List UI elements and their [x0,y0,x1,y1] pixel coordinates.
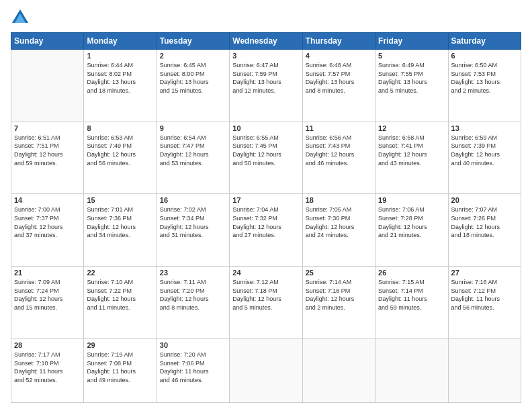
logo-icon [11,8,30,27]
day-info: Sunrise: 6:54 AM Sunset: 7:47 PM Dayligh… [160,134,226,167]
day-number: 11 [306,124,372,132]
day-cell: 2Sunrise: 6:45 AM Sunset: 8:00 PM Daylig… [157,50,229,122]
day-info: Sunrise: 6:56 AM Sunset: 7:43 PM Dayligh… [306,134,372,167]
day-number: 9 [160,124,226,132]
day-number: 24 [232,269,299,277]
day-number: 22 [87,269,153,277]
header-row: SundayMondayTuesdayWednesdayThursdayFrid… [11,33,521,50]
week-row-3: 14Sunrise: 7:00 AM Sunset: 7:37 PM Dayli… [11,194,521,267]
header [11,8,521,27]
day-info: Sunrise: 7:14 AM Sunset: 7:16 PM Dayligh… [306,278,372,312]
col-header-thursday: Thursday [302,33,375,50]
day-cell: 26Sunrise: 7:15 AM Sunset: 7:14 PM Dayli… [375,267,448,339]
day-info: Sunrise: 7:02 AM Sunset: 7:34 PM Dayligh… [160,205,226,239]
day-cell: 3Sunrise: 6:47 AM Sunset: 7:59 PM Daylig… [230,50,302,122]
day-number: 27 [451,269,518,277]
day-info: Sunrise: 7:15 AM Sunset: 7:14 PM Dayligh… [378,278,445,312]
day-info: Sunrise: 6:50 AM Sunset: 7:53 PM Dayligh… [451,61,518,95]
day-info: Sunrise: 6:59 AM Sunset: 7:39 PM Dayligh… [451,134,518,167]
day-number: 4 [306,52,372,60]
col-header-monday: Monday [84,33,157,50]
day-info: Sunrise: 6:53 AM Sunset: 7:49 PM Dayligh… [87,134,153,167]
day-cell: 27Sunrise: 7:16 AM Sunset: 7:12 PM Dayli… [448,267,521,339]
day-cell: 29Sunrise: 7:19 AM Sunset: 7:08 PM Dayli… [84,338,157,402]
day-cell: 10Sunrise: 6:55 AM Sunset: 7:45 PM Dayli… [230,122,302,194]
day-cell: 16Sunrise: 7:02 AM Sunset: 7:34 PM Dayli… [157,194,229,267]
day-cell: 9Sunrise: 6:54 AM Sunset: 7:47 PM Daylig… [157,122,229,194]
day-info: Sunrise: 6:49 AM Sunset: 7:55 PM Dayligh… [378,61,445,95]
col-header-sunday: Sunday [11,33,84,50]
day-cell: 20Sunrise: 7:07 AM Sunset: 7:26 PM Dayli… [448,194,521,267]
col-header-saturday: Saturday [448,33,521,50]
day-number: 25 [306,269,372,277]
day-info: Sunrise: 6:51 AM Sunset: 7:51 PM Dayligh… [14,134,81,167]
day-cell [375,338,448,402]
day-number: 3 [232,52,299,60]
week-row-5: 28Sunrise: 7:17 AM Sunset: 7:10 PM Dayli… [11,338,521,402]
day-info: Sunrise: 6:44 AM Sunset: 8:02 PM Dayligh… [87,61,153,95]
day-number: 14 [14,196,81,204]
logo [11,8,32,27]
day-cell: 21Sunrise: 7:09 AM Sunset: 7:24 PM Dayli… [11,267,84,339]
day-number: 17 [232,196,299,204]
day-info: Sunrise: 7:01 AM Sunset: 7:36 PM Dayligh… [87,205,153,239]
day-number: 15 [87,196,153,204]
day-info: Sunrise: 7:00 AM Sunset: 7:37 PM Dayligh… [14,205,81,239]
day-cell: 23Sunrise: 7:11 AM Sunset: 7:20 PM Dayli… [157,267,229,339]
day-cell: 17Sunrise: 7:04 AM Sunset: 7:32 PM Dayli… [230,194,302,267]
day-cell: 1Sunrise: 6:44 AM Sunset: 8:02 PM Daylig… [84,50,157,122]
day-number: 21 [14,269,81,277]
day-number: 2 [160,52,226,60]
day-cell [448,338,521,402]
day-cell: 8Sunrise: 6:53 AM Sunset: 7:49 PM Daylig… [84,122,157,194]
day-cell: 6Sunrise: 6:50 AM Sunset: 7:53 PM Daylig… [448,50,521,122]
day-cell [302,338,375,402]
day-info: Sunrise: 7:12 AM Sunset: 7:18 PM Dayligh… [232,278,299,312]
day-number: 13 [451,124,518,132]
day-cell: 18Sunrise: 7:05 AM Sunset: 7:30 PM Dayli… [302,194,375,267]
day-number: 7 [14,124,81,132]
day-number: 8 [87,124,153,132]
day-cell: 19Sunrise: 7:06 AM Sunset: 7:28 PM Dayli… [375,194,448,267]
day-cell: 13Sunrise: 6:59 AM Sunset: 7:39 PM Dayli… [448,122,521,194]
day-cell: 28Sunrise: 7:17 AM Sunset: 7:10 PM Dayli… [11,338,84,402]
week-row-1: 1Sunrise: 6:44 AM Sunset: 8:02 PM Daylig… [11,50,521,122]
day-number: 6 [451,52,518,60]
day-cell: 7Sunrise: 6:51 AM Sunset: 7:51 PM Daylig… [11,122,84,194]
day-info: Sunrise: 6:55 AM Sunset: 7:45 PM Dayligh… [232,134,299,167]
day-info: Sunrise: 6:58 AM Sunset: 7:41 PM Dayligh… [378,134,445,167]
day-number: 16 [160,196,226,204]
day-info: Sunrise: 7:09 AM Sunset: 7:24 PM Dayligh… [14,278,81,312]
day-number: 19 [378,196,445,204]
day-info: Sunrise: 6:48 AM Sunset: 7:57 PM Dayligh… [306,61,372,95]
day-number: 5 [378,52,445,60]
day-number: 26 [378,269,445,277]
col-header-friday: Friday [375,33,448,50]
day-cell [11,50,84,122]
day-cell: 12Sunrise: 6:58 AM Sunset: 7:41 PM Dayli… [375,122,448,194]
day-cell [230,338,302,402]
day-info: Sunrise: 7:11 AM Sunset: 7:20 PM Dayligh… [160,278,226,312]
day-number: 1 [87,52,153,60]
calendar-table: SundayMondayTuesdayWednesdayThursdayFrid… [11,32,521,403]
day-info: Sunrise: 6:47 AM Sunset: 7:59 PM Dayligh… [232,61,299,95]
day-cell: 14Sunrise: 7:00 AM Sunset: 7:37 PM Dayli… [11,194,84,267]
day-info: Sunrise: 7:05 AM Sunset: 7:30 PM Dayligh… [306,205,372,239]
day-number: 30 [160,341,226,349]
day-cell: 22Sunrise: 7:10 AM Sunset: 7:22 PM Dayli… [84,267,157,339]
day-number: 20 [451,196,518,204]
day-cell: 25Sunrise: 7:14 AM Sunset: 7:16 PM Dayli… [302,267,375,339]
day-cell: 15Sunrise: 7:01 AM Sunset: 7:36 PM Dayli… [84,194,157,267]
day-number: 28 [14,341,81,349]
day-info: Sunrise: 7:17 AM Sunset: 7:10 PM Dayligh… [14,351,81,384]
day-number: 23 [160,269,226,277]
day-cell: 11Sunrise: 6:56 AM Sunset: 7:43 PM Dayli… [302,122,375,194]
day-number: 29 [87,341,153,349]
day-cell: 4Sunrise: 6:48 AM Sunset: 7:57 PM Daylig… [302,50,375,122]
day-info: Sunrise: 7:20 AM Sunset: 7:06 PM Dayligh… [160,351,226,384]
day-number: 18 [306,196,372,204]
col-header-wednesday: Wednesday [230,33,302,50]
day-info: Sunrise: 7:19 AM Sunset: 7:08 PM Dayligh… [87,351,153,384]
day-info: Sunrise: 7:10 AM Sunset: 7:22 PM Dayligh… [87,278,153,312]
day-info: Sunrise: 7:07 AM Sunset: 7:26 PM Dayligh… [451,205,518,239]
